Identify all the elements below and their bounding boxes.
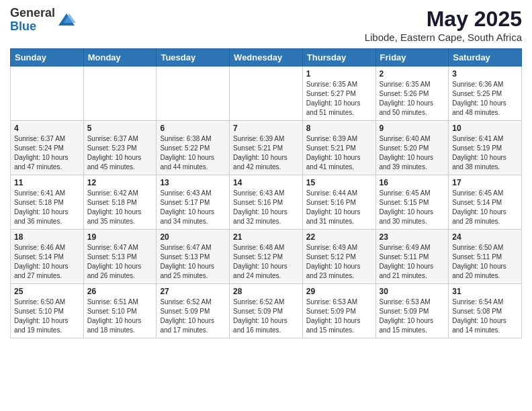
day-info: Sunrise: 6:44 AM Sunset: 5:16 PM Dayligh…: [306, 189, 372, 226]
day-cell: [230, 66, 303, 121]
day-number: 24: [452, 232, 518, 242]
day-info: Sunrise: 6:39 AM Sunset: 5:21 PM Dayligh…: [306, 134, 372, 172]
day-cell: 16Sunrise: 6:45 AM Sunset: 5:15 PM Dayli…: [375, 175, 449, 230]
day-cell: 10Sunrise: 6:41 AM Sunset: 5:19 PM Dayli…: [449, 121, 522, 175]
day-cell: 3Sunrise: 6:36 AM Sunset: 5:25 PM Daylig…: [449, 66, 522, 121]
col-header-wednesday: Wednesday: [230, 49, 303, 66]
day-cell: 25Sunrise: 6:50 AM Sunset: 5:10 PM Dayli…: [11, 284, 84, 338]
day-number: 2: [380, 69, 445, 79]
day-cell: 7Sunrise: 6:39 AM Sunset: 5:21 PM Daylig…: [230, 121, 303, 175]
day-cell: 31Sunrise: 6:54 AM Sunset: 5:08 PM Dayli…: [449, 284, 522, 338]
day-info: Sunrise: 6:50 AM Sunset: 5:11 PM Dayligh…: [452, 243, 518, 281]
day-info: Sunrise: 6:38 AM Sunset: 5:22 PM Dayligh…: [160, 134, 226, 172]
day-info: Sunrise: 6:47 AM Sunset: 5:13 PM Dayligh…: [160, 243, 226, 281]
day-info: Sunrise: 6:49 AM Sunset: 5:11 PM Dayligh…: [380, 243, 445, 281]
day-info: Sunrise: 6:41 AM Sunset: 5:18 PM Dayligh…: [14, 189, 80, 226]
day-cell: [11, 66, 84, 121]
day-cell: 12Sunrise: 6:42 AM Sunset: 5:18 PM Dayli…: [83, 175, 157, 230]
day-number: 10: [452, 124, 518, 133]
day-number: 14: [233, 178, 299, 187]
day-number: 12: [87, 178, 153, 187]
day-number: 21: [233, 232, 299, 242]
day-number: 15: [306, 178, 372, 187]
day-info: Sunrise: 6:40 AM Sunset: 5:20 PM Dayligh…: [380, 134, 445, 172]
day-number: 8: [306, 124, 372, 133]
day-number: 27: [160, 287, 226, 296]
week-row-4: 18Sunrise: 6:46 AM Sunset: 5:14 PM Dayli…: [11, 230, 522, 284]
day-cell: 2Sunrise: 6:35 AM Sunset: 5:26 PM Daylig…: [375, 66, 449, 121]
week-row-3: 11Sunrise: 6:41 AM Sunset: 5:18 PM Dayli…: [11, 175, 522, 230]
day-number: 17: [452, 178, 518, 187]
day-number: 19: [87, 232, 153, 242]
day-cell: 27Sunrise: 6:52 AM Sunset: 5:09 PM Dayli…: [157, 284, 230, 338]
page: General Blue May 2025 Libode, Eastern Ca…: [0, 0, 532, 345]
day-number: 29: [306, 287, 372, 296]
logo-general: General: [10, 6, 55, 19]
day-number: 26: [87, 287, 153, 296]
day-info: Sunrise: 6:51 AM Sunset: 5:10 PM Dayligh…: [87, 298, 153, 335]
day-cell: 13Sunrise: 6:43 AM Sunset: 5:17 PM Dayli…: [157, 175, 230, 230]
day-number: 11: [14, 178, 80, 187]
col-header-saturday: Saturday: [449, 49, 522, 66]
day-info: Sunrise: 6:42 AM Sunset: 5:18 PM Dayligh…: [87, 189, 153, 226]
day-cell: 21Sunrise: 6:48 AM Sunset: 5:12 PM Dayli…: [230, 230, 303, 284]
day-cell: 15Sunrise: 6:44 AM Sunset: 5:16 PM Dayli…: [302, 175, 375, 230]
week-row-1: 1Sunrise: 6:35 AM Sunset: 5:27 PM Daylig…: [11, 66, 522, 121]
calendar-subtitle: Libode, Eastern Cape, South Africa: [365, 32, 522, 43]
day-info: Sunrise: 6:36 AM Sunset: 5:25 PM Dayligh…: [452, 80, 518, 118]
day-number: 16: [380, 178, 445, 187]
calendar-table: SundayMondayTuesdayWednesdayThursdayFrid…: [10, 48, 522, 338]
day-info: Sunrise: 6:50 AM Sunset: 5:10 PM Dayligh…: [14, 298, 80, 335]
day-number: 30: [380, 287, 445, 296]
logo-text-block: General Blue: [10, 7, 55, 34]
day-cell: 19Sunrise: 6:47 AM Sunset: 5:13 PM Dayli…: [83, 230, 157, 284]
day-cell: 28Sunrise: 6:52 AM Sunset: 5:09 PM Dayli…: [230, 284, 303, 338]
title-block: May 2025 Libode, Eastern Cape, South Afr…: [365, 7, 522, 43]
day-cell: 29Sunrise: 6:53 AM Sunset: 5:09 PM Dayli…: [302, 284, 375, 338]
day-cell: 17Sunrise: 6:45 AM Sunset: 5:14 PM Dayli…: [449, 175, 522, 230]
day-number: 5: [87, 124, 153, 133]
day-info: Sunrise: 6:43 AM Sunset: 5:17 PM Dayligh…: [160, 189, 226, 226]
day-number: 20: [160, 232, 226, 242]
week-row-5: 25Sunrise: 6:50 AM Sunset: 5:10 PM Dayli…: [11, 284, 522, 338]
day-cell: 18Sunrise: 6:46 AM Sunset: 5:14 PM Dayli…: [11, 230, 84, 284]
day-number: 9: [380, 124, 445, 133]
day-cell: 20Sunrise: 6:47 AM Sunset: 5:13 PM Dayli…: [157, 230, 230, 284]
day-number: 22: [306, 232, 372, 242]
day-cell: 30Sunrise: 6:53 AM Sunset: 5:09 PM Dayli…: [375, 284, 449, 338]
day-info: Sunrise: 6:54 AM Sunset: 5:08 PM Dayligh…: [452, 298, 518, 335]
day-cell: 9Sunrise: 6:40 AM Sunset: 5:20 PM Daylig…: [375, 121, 449, 175]
day-info: Sunrise: 6:41 AM Sunset: 5:19 PM Dayligh…: [452, 134, 518, 172]
week-row-2: 4Sunrise: 6:37 AM Sunset: 5:24 PM Daylig…: [11, 121, 522, 175]
day-cell: 14Sunrise: 6:43 AM Sunset: 5:16 PM Dayli…: [230, 175, 303, 230]
calendar-header-row: SundayMondayTuesdayWednesdayThursdayFrid…: [11, 49, 522, 66]
col-header-tuesday: Tuesday: [157, 49, 230, 66]
calendar-title: May 2025: [365, 7, 522, 32]
day-number: 1: [306, 69, 372, 79]
day-number: 25: [14, 287, 80, 296]
day-info: Sunrise: 6:37 AM Sunset: 5:24 PM Dayligh…: [14, 134, 80, 172]
day-info: Sunrise: 6:45 AM Sunset: 5:15 PM Dayligh…: [380, 189, 445, 226]
day-info: Sunrise: 6:53 AM Sunset: 5:09 PM Dayligh…: [306, 298, 372, 335]
col-header-friday: Friday: [375, 49, 449, 66]
day-number: 7: [233, 124, 299, 133]
logo-icon: [57, 11, 76, 30]
logo-blue: Blue: [10, 19, 36, 33]
day-cell: 24Sunrise: 6:50 AM Sunset: 5:11 PM Dayli…: [449, 230, 522, 284]
col-header-thursday: Thursday: [302, 49, 375, 66]
day-info: Sunrise: 6:49 AM Sunset: 5:12 PM Dayligh…: [306, 243, 372, 281]
day-number: 6: [160, 124, 226, 133]
day-number: 3: [452, 69, 518, 79]
day-number: 23: [380, 232, 445, 242]
header: General Blue May 2025 Libode, Eastern Ca…: [10, 7, 522, 43]
day-cell: 23Sunrise: 6:49 AM Sunset: 5:11 PM Dayli…: [375, 230, 449, 284]
day-cell: 26Sunrise: 6:51 AM Sunset: 5:10 PM Dayli…: [83, 284, 157, 338]
day-cell: 1Sunrise: 6:35 AM Sunset: 5:27 PM Daylig…: [302, 66, 375, 121]
day-cell: [157, 66, 230, 121]
day-cell: 11Sunrise: 6:41 AM Sunset: 5:18 PM Dayli…: [11, 175, 84, 230]
day-info: Sunrise: 6:37 AM Sunset: 5:23 PM Dayligh…: [87, 134, 153, 172]
day-cell: 4Sunrise: 6:37 AM Sunset: 5:24 PM Daylig…: [11, 121, 84, 175]
day-info: Sunrise: 6:45 AM Sunset: 5:14 PM Dayligh…: [452, 189, 518, 226]
day-info: Sunrise: 6:46 AM Sunset: 5:14 PM Dayligh…: [14, 243, 80, 281]
day-cell: 6Sunrise: 6:38 AM Sunset: 5:22 PM Daylig…: [157, 121, 230, 175]
